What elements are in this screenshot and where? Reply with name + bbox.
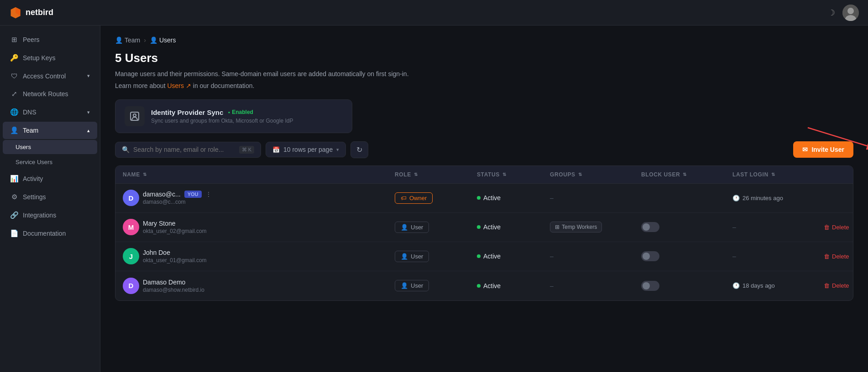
sidebar-label-team: Team (23, 127, 38, 134)
role-badge-user-1[interactable]: 👤 User (395, 222, 429, 233)
delete-button-2[interactable]: 🗑 Delete (824, 253, 849, 260)
th-last-login[interactable]: LAST LOGIN ⇅ (725, 166, 816, 183)
sidebar-label-integrations: Integrations (23, 212, 56, 219)
sidebar-sub-item-service-users[interactable]: Service Users (3, 155, 97, 169)
logo[interactable]: netbird (9, 6, 53, 19)
delete-icon-3: 🗑 (824, 282, 830, 289)
td-last-login-0: 🕐 26 minutes ago (725, 189, 816, 207)
theme-toggle-icon[interactable]: ☽ (828, 8, 835, 18)
breadcrumb-users-label: Users (159, 36, 176, 44)
block-toggle-2[interactable] (641, 251, 659, 261)
breadcrumb-team-link[interactable]: 👤 Team (115, 36, 140, 44)
last-login-sort-icon[interactable]: ⇅ (771, 172, 775, 177)
refresh-button[interactable]: ↻ (350, 141, 368, 158)
sidebar-label-activity: Activity (23, 175, 43, 182)
calendar-icon: 📅 (272, 146, 280, 153)
search-input[interactable] (133, 146, 235, 153)
td-user-name-0[interactable]: D damaso@c... YOU ⋮ damaso@c...com (115, 184, 387, 212)
delete-button-1[interactable]: 🗑 Delete (824, 224, 849, 231)
td-block-3[interactable] (634, 275, 725, 296)
user-avatar[interactable] (842, 5, 859, 21)
block-toggle-3[interactable] (641, 281, 659, 291)
breadcrumb-users-icon: 👤 (150, 36, 157, 44)
idp-status-badge: Enabled (228, 109, 253, 115)
delete-icon-1: 🗑 (824, 224, 830, 231)
svg-point-3 (847, 8, 854, 14)
rows-per-page-selector[interactable]: 📅 10 rows per page ▾ (266, 142, 346, 157)
sidebar-label-settings: Settings (23, 193, 46, 201)
sidebar-item-peers[interactable]: ⊞ Peers (3, 31, 97, 48)
th-groups[interactable]: GROUPS ⇅ (543, 166, 634, 183)
clock-icon-0: 🕐 (732, 195, 740, 202)
td-role-2: 👤 User (387, 245, 470, 268)
td-user-name-3[interactable]: D Damaso Demo damaso@show.netbird.io (115, 272, 387, 300)
activity-icon: 📊 (10, 175, 18, 183)
sidebar-sub-item-users[interactable]: Users (3, 140, 97, 154)
td-user-name-2[interactable]: J John Doe okta_user_01@gmail.com (115, 243, 387, 270)
th-name[interactable]: NAME ⇅ (115, 166, 387, 183)
sidebar-item-settings[interactable]: ⚙ Settings (3, 188, 97, 206)
network-routes-icon: ⤢ (10, 90, 18, 98)
page-title: 5 Users (115, 51, 853, 65)
delete-label-3: Delete (832, 282, 849, 289)
groups-sort-icon[interactable]: ⇅ (578, 172, 582, 177)
th-role[interactable]: ROLE ⇅ (387, 166, 470, 183)
status-dot-1 (477, 225, 481, 229)
sidebar-item-documentation[interactable]: 📄 Documentation (3, 225, 97, 242)
user-menu-icon-0[interactable]: ⋮ (205, 191, 212, 198)
invite-user-button[interactable]: ✉ Invite User (793, 141, 853, 158)
last-login-time-3: 18 days ago (743, 282, 775, 289)
sidebar-item-integrations[interactable]: 🔗 Integrations (3, 207, 97, 224)
page-desc-2: Learn more about Users ↗ in our document… (115, 81, 853, 91)
status-active-3: Active (477, 282, 501, 289)
td-block-2[interactable] (634, 246, 725, 267)
delete-button-3[interactable]: 🗑 Delete (824, 282, 849, 289)
users-doc-link[interactable]: Users ↗ (167, 82, 191, 89)
status-active-0: Active (477, 194, 501, 202)
topbar-right: ☽ (828, 5, 859, 21)
access-control-chevron-icon: ▾ (87, 73, 90, 79)
access-control-icon: 🛡 (10, 72, 18, 80)
sidebar-item-access-control[interactable]: 🛡 Access Control ▾ (3, 67, 97, 84)
block-toggle-1[interactable] (641, 222, 659, 232)
sidebar-item-activity[interactable]: 📊 Activity (3, 170, 97, 187)
status-sort-icon[interactable]: ⇅ (502, 172, 507, 177)
sidebar-item-team[interactable]: 👤 Team ▴ (3, 122, 97, 139)
sidebar-label-dns: DNS (23, 108, 37, 116)
search-box[interactable]: 🔍 ⌘ K (115, 142, 261, 158)
sidebar-item-dns[interactable]: 🌐 DNS ▾ (3, 103, 97, 121)
status-dot-0 (477, 196, 481, 200)
td-user-name-1[interactable]: M Mary Stone okta_user_02@gmail.com (115, 213, 387, 241)
table-row: D damaso@c... YOU ⋮ damaso@c...com 🏷 Own… (115, 184, 853, 213)
group-icon-1: ⊞ (555, 224, 559, 230)
name-sort-icon[interactable]: ⇅ (143, 172, 147, 177)
idp-card[interactable]: Identity Provider Sync Enabled Sync user… (115, 99, 352, 133)
role-label-1: User (411, 224, 423, 231)
td-actions-3: 🗑 Delete (816, 277, 853, 294)
status-dot-2 (477, 254, 481, 258)
role-badge-owner-0[interactable]: 🏷 Owner (395, 192, 433, 204)
role-badge-user-3[interactable]: 👤 User (395, 280, 429, 291)
group-badge-1[interactable]: ⊞ Temp Workers (550, 222, 602, 232)
status-dot-3 (477, 284, 481, 288)
role-badge-user-2[interactable]: 👤 User (395, 251, 429, 262)
role-label-2: User (411, 253, 423, 260)
td-block-1[interactable] (634, 217, 725, 238)
rows-label: 10 rows per page (283, 146, 333, 153)
th-block-user[interactable]: BLOCK USER ⇅ (634, 166, 725, 183)
last-login-0: 🕐 26 minutes ago (732, 195, 783, 202)
sidebar-item-setup-keys[interactable]: 🔑 Setup Keys (3, 49, 97, 67)
td-actions-2: 🗑 Delete (816, 248, 853, 265)
td-last-login-2: – (725, 247, 816, 265)
th-status[interactable]: STATUS ⇅ (470, 166, 543, 183)
td-last-login-1: – (725, 218, 816, 236)
table-row: D Damaso Demo damaso@show.netbird.io 👤 U… (115, 271, 853, 300)
block-sort-icon[interactable]: ⇅ (683, 172, 687, 177)
user-email-1: okta_user_02@gmail.com (143, 228, 207, 234)
groups-dash-2: – (550, 253, 554, 260)
user-name-0: damaso@c... (143, 191, 181, 198)
sidebar-item-network-routes[interactable]: ⤢ Network Routes (3, 85, 97, 103)
page-desc-1: Manage users and their permissions. Same… (115, 69, 853, 79)
td-role-0: 🏷 Owner (387, 187, 470, 209)
role-sort-icon[interactable]: ⇅ (414, 172, 418, 177)
